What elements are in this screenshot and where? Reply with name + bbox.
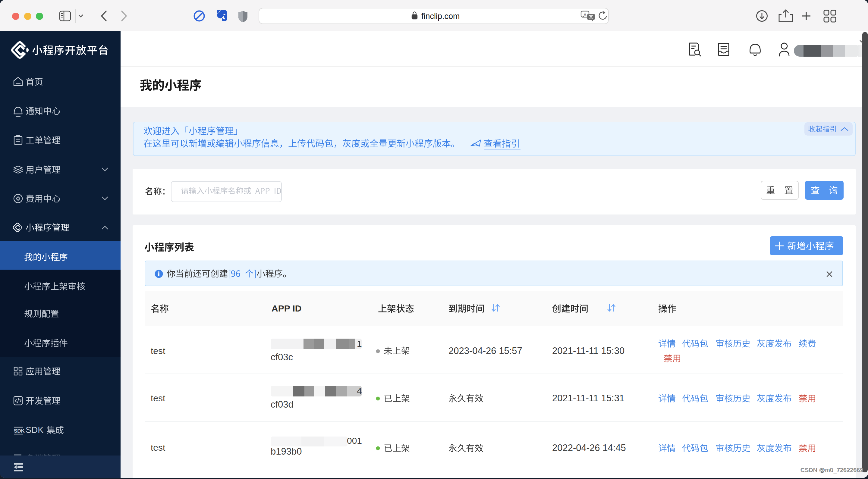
svg-text:SDK: SDK — [14, 428, 25, 434]
svg-text:A: A — [584, 12, 587, 17]
